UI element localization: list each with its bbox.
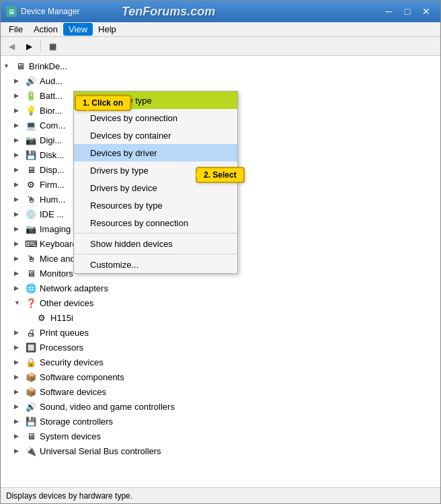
tree-item[interactable]: ▼❓Other devices: [1, 295, 440, 310]
tree-item-icon: 🖥: [25, 430, 37, 442]
tree-item-icon: ⚙: [36, 312, 48, 324]
dropdown-item-customize[interactable]: Customize...: [74, 256, 237, 273]
tree-expander[interactable]: ▶: [14, 196, 25, 203]
step1-label: 1. Click on: [83, 98, 123, 108]
tree-item[interactable]: ▶💾Storage controllers: [1, 414, 440, 429]
tree-expander[interactable]: ▶: [14, 181, 25, 188]
tree-item[interactable]: ▶🖨Print queues: [1, 325, 440, 340]
tree-expander[interactable]: ▶: [14, 92, 25, 99]
dropdown-item-resources-by-type[interactable]: Resources by type: [74, 196, 237, 214]
tree-item-icon: 💾: [25, 415, 37, 427]
tree-item-label: System devices: [40, 431, 101, 441]
tree-expander[interactable]: ▶: [14, 122, 25, 129]
tree-item-label: Firm...: [40, 180, 65, 190]
tree-item[interactable]: ▶🔊Aud...: [1, 73, 440, 88]
tree-item-icon: 📦: [25, 386, 37, 398]
tree-item-icon: 🔒: [25, 356, 37, 368]
tree-expander[interactable]: ▶: [14, 211, 25, 217]
menu-action[interactable]: Action: [28, 23, 63, 36]
title-bar: 🖥 Device Manager TenForums.com ─ □ ✕: [1, 1, 440, 22]
tree-item-icon: ⚙: [25, 178, 37, 190]
tree-root[interactable]: ▼ 🖥 BrinkDe...: [1, 59, 440, 73]
tree-expander[interactable]: ▶: [14, 137, 25, 143]
tree-item[interactable]: ▶🔌Universal Serial Bus controllers: [1, 443, 440, 458]
tree-expander[interactable]: ▶: [14, 344, 25, 351]
tree-expander[interactable]: ▶: [14, 107, 25, 114]
tree-item[interactable]: ▶🖥System devices: [1, 429, 440, 443]
menu-bar: File Action View Help: [1, 22, 440, 37]
tree-item-icon: 🖥: [25, 164, 37, 176]
tree-expander[interactable]: ▶: [14, 270, 25, 277]
tree-item-label: Bior...: [40, 106, 62, 116]
tree-item-label: Print queues: [40, 328, 89, 338]
tree-expander[interactable]: ▶: [14, 433, 25, 439]
grid-button[interactable]: ▦: [44, 39, 61, 54]
tree-item-icon: 🌐: [25, 282, 37, 294]
tree-item[interactable]: ▶🌐Network adapters: [1, 281, 440, 295]
tree-item[interactable]: ▶📦Software devices: [1, 384, 440, 399]
tree-item-label: Monitors: [40, 268, 73, 279]
title-bar-controls: ─ □ ✕: [380, 5, 435, 18]
dropdown-item-show-hidden-devices[interactable]: Show hidden devices: [74, 235, 237, 252]
tree-item[interactable]: ▶🔊Sound, video and game controllers: [1, 399, 440, 414]
menu-separator: [74, 233, 237, 233]
status-bar: Displays devices by hardware type.: [1, 487, 440, 503]
tree-item[interactable]: ▶🔒Security devices: [1, 355, 440, 369]
tree-item-label: Security devices: [40, 357, 104, 367]
tree-expander[interactable]: ▶: [14, 285, 25, 291]
tree-item-icon: 💡: [25, 104, 37, 116]
tree-expander[interactable]: ▶: [14, 447, 25, 454]
tree-item-label: Com...: [40, 120, 65, 131]
dropdown-item-label: Devices by container: [90, 131, 171, 141]
tree-expander[interactable]: ▶: [14, 403, 25, 410]
toolbar: ◀ ▶ ▦: [1, 37, 440, 56]
tree-item-label: Software components: [40, 372, 124, 382]
tree-item-icon: 💿: [25, 208, 37, 220]
menu-view[interactable]: View: [63, 23, 93, 36]
tree-item-label: Universal Serial Bus controllers: [40, 446, 161, 456]
tree-item-icon: 🔊: [25, 75, 37, 87]
back-button[interactable]: ◀: [3, 39, 19, 54]
tree-expander[interactable]: ▶: [14, 329, 25, 336]
tree-item-label: Network adapters: [40, 283, 108, 293]
dropdown-item-devices-by-container[interactable]: Devices by container: [74, 127, 237, 144]
tree-expander[interactable]: ▶: [14, 151, 25, 158]
tree-expander[interactable]: ▶: [14, 418, 25, 425]
tree-expander[interactable]: ▶: [14, 166, 25, 173]
tree-expander[interactable]: ▶: [14, 388, 25, 395]
tree-expander[interactable]: ▶: [14, 77, 25, 84]
dropdown-item-label: Resources by type: [90, 201, 163, 211]
minimize-button[interactable]: ─: [380, 5, 397, 18]
tree-expander[interactable]: ▶: [14, 373, 25, 380]
menu-file[interactable]: File: [3, 23, 28, 36]
tree-item-icon: 🖱: [25, 193, 37, 205]
tree-item[interactable]: ⚙H115i: [1, 310, 440, 325]
tree-item-icon: ❓: [25, 297, 37, 309]
root-expander[interactable]: ▼: [3, 63, 14, 69]
tree-item-icon: 🖱: [25, 252, 37, 264]
tree-item-label: Aud...: [40, 76, 63, 86]
tree-expander[interactable]: ▼: [14, 299, 25, 306]
tree-item-label: Disk...: [40, 150, 64, 160]
tree-expander[interactable]: ▶: [14, 359, 25, 365]
tree-expander[interactable]: ▶: [14, 240, 25, 247]
tree-item-icon: 🖥: [25, 267, 37, 279]
tree-expander[interactable]: ▶: [14, 255, 25, 262]
close-button[interactable]: ✕: [417, 5, 435, 18]
tree-item-icon: 📷: [25, 134, 37, 146]
dropdown-item-devices-by-connection[interactable]: Devices by connection: [74, 109, 237, 127]
tree-expander[interactable]: ▶: [14, 225, 25, 232]
menu-help[interactable]: Help: [93, 23, 122, 36]
dropdown-item-resources-by-connection[interactable]: Resources by connection: [74, 214, 237, 231]
tree-item[interactable]: ▶📦Software components: [1, 369, 440, 384]
window-icon: 🖥: [6, 6, 17, 17]
window-title: Device Manager: [21, 7, 380, 16]
maximize-button[interactable]: □: [399, 5, 416, 18]
tree-item[interactable]: ▶🔲Processors: [1, 340, 440, 355]
main-content: ▼ 🖥 BrinkDe... ▶🔊Aud...▶🔋Batt...▶💡Bior..…: [1, 56, 440, 487]
dropdown-item-devices-by-driver[interactable]: Devices by driver: [74, 144, 237, 161]
dropdown-item-label: Customize...: [90, 260, 138, 270]
tree-item-icon: 🖨: [25, 326, 37, 338]
forward-button[interactable]: ▶: [21, 39, 37, 54]
tree-item-icon: 🔋: [25, 89, 37, 102]
